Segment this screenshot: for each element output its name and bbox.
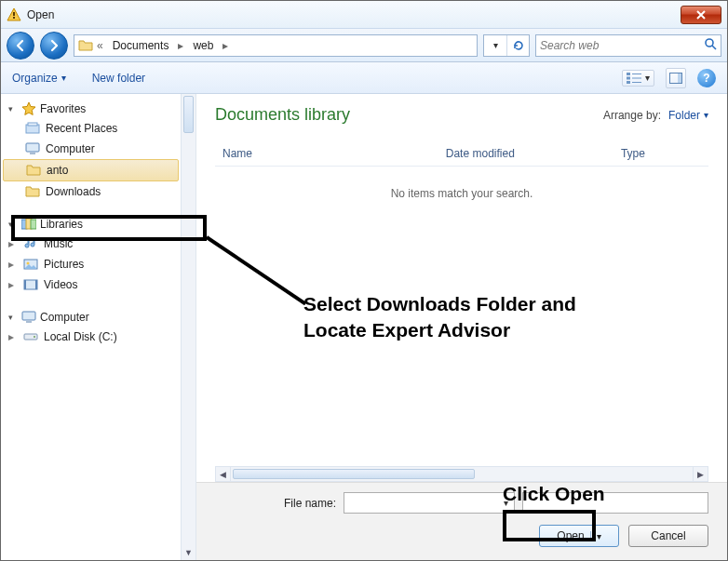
file-list[interactable]: No items match your search.	[215, 167, 708, 459]
cancel-label: Cancel	[651, 529, 685, 542]
tree-twisty-icon: ▾	[8, 104, 18, 114]
computer-icon	[25, 141, 40, 156]
filename-row: File name: ▾	[215, 492, 708, 514]
sidebar-item-pictures[interactable]: ▸ Pictures	[1, 254, 181, 274]
sidebar-label: Computer	[40, 311, 89, 324]
breadcrumb-part[interactable]: web	[187, 39, 219, 52]
scroll-left-icon: ◀	[216, 467, 231, 481]
svg-point-20	[27, 262, 30, 265]
disk-icon	[23, 329, 38, 344]
button-row: Open ▾ Cancel	[215, 525, 708, 547]
help-button[interactable]: ?	[697, 69, 716, 87]
sidebar-label: Libraries	[40, 218, 83, 231]
new-folder-button[interactable]: New folder	[92, 72, 145, 85]
sidebar-item-recent-places[interactable]: Recent Places	[1, 118, 181, 139]
pictures-icon	[23, 257, 38, 272]
tree-twisty-icon: ▸	[8, 330, 18, 343]
sidebar-label: Favorites	[40, 102, 86, 115]
nav-forward[interactable]	[40, 32, 68, 60]
list-view-icon	[627, 73, 641, 84]
breadcrumb-controls: ▾	[483, 34, 530, 57]
libraries-icon	[21, 217, 36, 232]
dialog-body: ▾ Favorites Recent Places Computer	[1, 94, 727, 560]
sidebar-item-label: anto	[47, 164, 68, 177]
svg-rect-24	[22, 312, 35, 320]
scrollbar-thumb[interactable]	[183, 96, 194, 133]
window-title: Open	[27, 8, 54, 21]
refresh-button[interactable]	[506, 35, 529, 56]
svg-rect-2	[13, 17, 15, 19]
svg-rect-9	[632, 82, 641, 83]
breadcrumb-prefix: «	[97, 39, 103, 52]
svg-point-3	[706, 39, 713, 47]
sidebar-item-videos[interactable]: ▸ Videos	[1, 274, 181, 295]
search-placeholder: Search web	[540, 39, 599, 52]
search-input[interactable]: Search web	[535, 34, 721, 57]
sidebar-head-favorites[interactable]: ▾ Favorites	[1, 100, 181, 118]
column-date[interactable]: Date modified	[438, 141, 613, 166]
breadcrumb[interactable]: « Documents ▸ web ▸	[74, 34, 478, 57]
column-name[interactable]: Name	[215, 141, 438, 166]
nav-back[interactable]	[7, 32, 34, 60]
search-icon	[704, 37, 717, 53]
preview-pane-button[interactable]	[666, 68, 686, 88]
breadcrumb-part[interactable]: Documents	[107, 39, 175, 52]
sidebar-item-downloads[interactable]: Downloads	[1, 181, 181, 202]
tree-twisty-icon: ▸	[8, 278, 18, 291]
svg-rect-7	[632, 73, 641, 74]
close-icon	[695, 10, 707, 20]
sidebar-item-music[interactable]: ▸ Music	[1, 234, 181, 254]
navbar: « Documents ▸ web ▸ ▾ Search web	[1, 29, 727, 62]
toolbar: Organize New folder ▾ ?	[1, 62, 727, 94]
filename-label: File name:	[215, 497, 336, 510]
sidebar: ▾ Favorites Recent Places Computer	[1, 94, 196, 560]
help-icon: ?	[703, 72, 709, 85]
content-pane: Documents library Arrange by: Folder ▾ N…	[196, 94, 727, 560]
star-icon	[21, 101, 36, 116]
scrollbar-thumb[interactable]	[233, 469, 475, 479]
svg-rect-25	[26, 321, 32, 323]
horizontal-scrollbar[interactable]: ◀ ▶	[215, 466, 708, 482]
sidebar-item-local-disk-c[interactable]: ▸ Local Disk (C:)	[1, 327, 181, 347]
sidebar-group-libraries: ▾ Libraries ▸ Music ▸ Pictures	[1, 215, 181, 295]
chevron-down-icon: ▾	[493, 40, 498, 50]
breadcrumb-dropdown[interactable]: ▾	[484, 35, 506, 56]
svg-rect-5	[627, 76, 630, 79]
close-button[interactable]	[681, 6, 721, 24]
arrange-value-text: Folder	[668, 109, 700, 122]
file-type-filter[interactable]	[522, 492, 708, 514]
svg-point-27	[34, 336, 35, 338]
arrow-right-icon	[47, 39, 61, 52]
new-folder-label: New folder	[92, 72, 145, 85]
open-button[interactable]: Open ▾	[539, 525, 619, 547]
sidebar-item-label: Videos	[44, 278, 77, 291]
sidebar-head-libraries[interactable]: ▾ Libraries	[1, 215, 181, 234]
filename-input[interactable]: ▾	[344, 492, 515, 514]
folder-icon	[25, 184, 40, 199]
tree-twisty-icon: ▾	[8, 220, 18, 229]
chevron-down-icon: ▾	[645, 73, 650, 83]
open-dialog-window: Open « Documents ▸ web ▸ ▾	[0, 0, 728, 561]
open-label: Open	[557, 529, 584, 542]
library-title: Documents library	[215, 105, 350, 125]
sidebar-scrollbar[interactable]: ▲ ▼	[181, 94, 195, 560]
cancel-button[interactable]: Cancel	[628, 525, 708, 547]
sidebar-item-label: Local Disk (C:)	[44, 330, 117, 343]
arrange-value-dropdown[interactable]: Folder ▾	[668, 109, 708, 122]
column-type[interactable]: Type	[613, 141, 708, 166]
music-icon	[23, 236, 38, 251]
chevron-right-icon: ▸	[222, 39, 228, 52]
organize-button[interactable]: Organize	[12, 72, 66, 85]
svg-rect-22	[24, 280, 26, 289]
videos-icon	[23, 277, 38, 292]
sidebar-item-label: Music	[44, 237, 73, 250]
sidebar-item-anto[interactable]: anto	[3, 159, 179, 181]
view-mode-button[interactable]: ▾	[622, 70, 654, 87]
sidebar-head-computer[interactable]: ▾ Computer	[1, 308, 181, 327]
sidebar-item-computer[interactable]: Computer	[1, 139, 181, 159]
chevron-down-icon: ▾	[704, 110, 708, 120]
sidebar-item-label: Recent Places	[46, 122, 117, 135]
refresh-icon	[512, 39, 525, 52]
titlebar: Open	[1, 1, 727, 29]
library-header: Documents library Arrange by: Folder ▾	[196, 94, 727, 130]
